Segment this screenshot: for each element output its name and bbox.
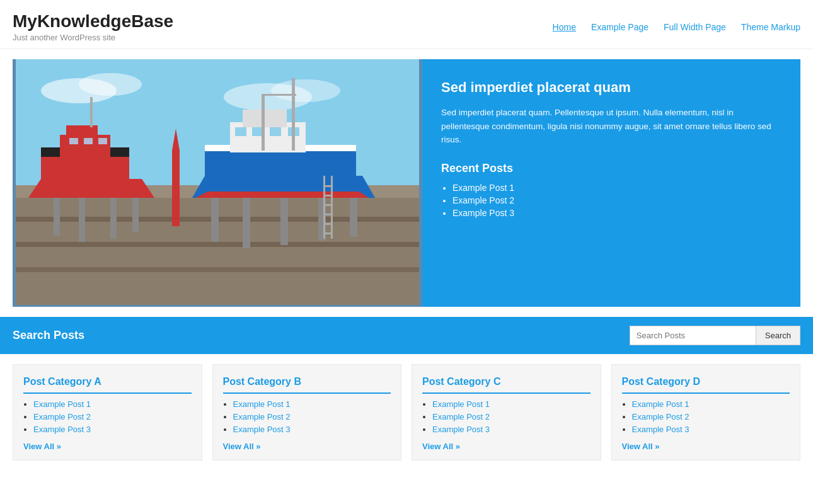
nav-home[interactable]: Home: [553, 22, 576, 32]
category-d-list: Example Post 1 Example Post 2 Example Po…: [622, 399, 790, 434]
list-item: Example Post 2: [453, 195, 781, 205]
svg-rect-47: [323, 223, 333, 225]
list-item: Example Post 1: [453, 183, 781, 193]
category-d-view-all[interactable]: View All »: [622, 442, 790, 451]
svg-rect-21: [110, 198, 117, 239]
list-item: Example Post 3: [432, 424, 591, 434]
category-box-d: Post Category D Example Post 1 Example P…: [611, 364, 801, 461]
hero-section: Sed imperdiet placerat quam Sed imperdie…: [13, 59, 800, 307]
category-box-b: Post Category B Example Post 1 Example P…: [212, 364, 402, 461]
svg-marker-26: [195, 192, 369, 198]
svg-rect-18: [90, 97, 93, 127]
hero-body: Sed imperdiet placerat quam. Pellentesqu…: [441, 106, 781, 147]
cat-d-post-3[interactable]: Example Post 3: [632, 425, 689, 434]
hero-heading: Sed imperdiet placerat quam: [441, 79, 781, 96]
list-item: Example Post 3: [233, 424, 391, 434]
search-bar: Search Posts Search: [0, 317, 813, 354]
categories-section: Post Category A Example Post 1 Example P…: [13, 364, 800, 461]
search-form: Search: [630, 326, 800, 345]
cat-d-post-2[interactable]: Example Post 2: [632, 412, 689, 421]
svg-rect-31: [270, 127, 281, 136]
category-c-title: Post Category C: [422, 376, 591, 394]
cat-c-post-1[interactable]: Example Post 1: [432, 399, 490, 409]
list-item: Example Post 1: [632, 399, 790, 409]
cat-c-post-3[interactable]: Example Post 3: [432, 425, 490, 434]
svg-rect-45: [323, 204, 333, 206]
recent-posts-heading: Recent Posts: [441, 162, 781, 175]
list-item: Example Post 1: [33, 399, 192, 409]
category-a-title: Post Category A: [23, 376, 192, 394]
svg-marker-10: [28, 179, 154, 198]
svg-rect-14: [66, 125, 98, 138]
svg-rect-22: [132, 198, 139, 232]
search-button[interactable]: Search: [756, 326, 800, 345]
svg-rect-36: [211, 198, 219, 242]
list-item: Example Post 3: [632, 424, 790, 434]
recent-post-1[interactable]: Example Post 1: [453, 183, 514, 193]
hero-image: [13, 59, 422, 307]
main-nav: Home Example Page Full Width Page Theme …: [553, 22, 800, 32]
list-item: Example Post 3: [453, 208, 781, 218]
category-c-view-all[interactable]: View All »: [422, 442, 591, 451]
search-input[interactable]: [630, 326, 756, 345]
category-c-list: Example Post 1 Example Post 2 Example Po…: [422, 399, 591, 434]
svg-rect-46: [323, 214, 333, 215]
svg-rect-33: [292, 78, 295, 151]
category-b-list: Example Post 1 Example Post 2 Example Po…: [223, 399, 391, 434]
hero-content-box: Sed imperdiet placerat quam Sed imperdie…: [422, 59, 800, 307]
svg-point-4: [271, 79, 340, 102]
cat-a-post-2[interactable]: Example Post 2: [33, 412, 91, 421]
list-item: Example Post 2: [432, 411, 591, 421]
svg-rect-15: [69, 138, 78, 144]
svg-rect-43: [323, 185, 333, 187]
site-tagline: Just another WordPress site: [13, 33, 173, 42]
cat-a-post-3[interactable]: Example Post 3: [33, 425, 91, 434]
svg-rect-34: [262, 94, 265, 151]
svg-rect-16: [84, 138, 93, 144]
recent-post-2[interactable]: Example Post 2: [453, 195, 514, 205]
list-item: Example Post 1: [233, 399, 391, 409]
category-box-c: Post Category C Example Post 1 Example P…: [412, 364, 601, 461]
svg-rect-11: [41, 154, 129, 179]
site-header: MyKnowledgeBase Just another WordPress s…: [0, 0, 813, 49]
category-a-view-all[interactable]: View All »: [23, 442, 192, 451]
svg-rect-9: [16, 267, 419, 272]
category-a-list: Example Post 1 Example Post 2 Example Po…: [23, 399, 192, 434]
svg-point-2: [79, 73, 142, 96]
svg-rect-35: [262, 94, 296, 96]
recent-post-3[interactable]: Example Post 3: [453, 208, 514, 218]
category-b-view-all[interactable]: View All »: [223, 442, 391, 451]
svg-rect-37: [243, 198, 250, 248]
svg-rect-44: [323, 195, 333, 197]
nav-full-width-page[interactable]: Full Width Page: [664, 22, 726, 32]
list-item: Example Post 1: [432, 399, 591, 409]
cat-c-post-2[interactable]: Example Post 2: [432, 412, 490, 421]
svg-rect-20: [79, 198, 85, 242]
cat-b-post-3[interactable]: Example Post 3: [233, 425, 291, 434]
list-item: Example Post 2: [233, 411, 391, 421]
site-branding: MyKnowledgeBase Just another WordPress s…: [13, 11, 173, 42]
nav-example-page[interactable]: Example Page: [591, 22, 649, 32]
search-bar-title: Search Posts: [13, 329, 84, 342]
svg-rect-8: [16, 242, 419, 247]
cat-a-post-1[interactable]: Example Post 1: [33, 399, 91, 409]
svg-rect-38: [280, 198, 288, 245]
svg-rect-48: [323, 232, 333, 234]
nav-theme-markup[interactable]: Theme Markup: [741, 22, 800, 32]
cat-b-post-2[interactable]: Example Post 2: [233, 412, 291, 421]
list-item: Example Post 3: [33, 424, 192, 434]
svg-rect-29: [235, 127, 246, 136]
site-title[interactable]: MyKnowledgeBase: [13, 11, 173, 31]
recent-posts-list: Example Post 1 Example Post 2 Example Po…: [441, 183, 781, 218]
svg-rect-17: [98, 138, 107, 144]
category-d-title: Post Category D: [622, 376, 790, 394]
svg-rect-40: [350, 198, 357, 237]
category-box-a: Post Category A Example Post 1 Example P…: [13, 364, 202, 461]
cat-b-post-1[interactable]: Example Post 1: [233, 399, 291, 409]
cat-d-post-1[interactable]: Example Post 1: [632, 399, 689, 409]
category-b-title: Post Category B: [223, 376, 391, 394]
svg-rect-49: [172, 151, 180, 226]
svg-rect-19: [54, 198, 60, 236]
list-item: Example Post 2: [632, 411, 790, 421]
list-item: Example Post 2: [33, 411, 192, 421]
